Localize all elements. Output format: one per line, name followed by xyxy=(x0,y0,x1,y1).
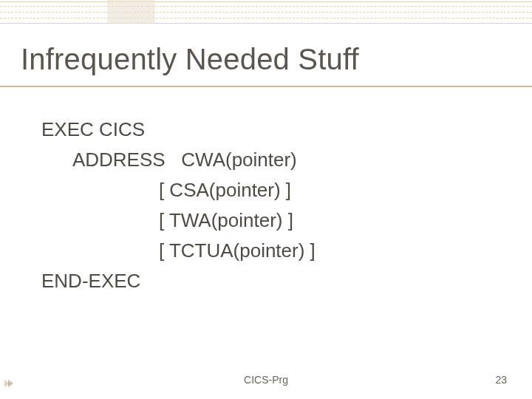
code-line: [ TCTUA(pointer) ] xyxy=(41,239,316,262)
decorative-line xyxy=(0,6,532,7)
decorative-line xyxy=(0,12,532,13)
decorative-line xyxy=(0,23,532,24)
decorative-line xyxy=(0,1,532,2)
decorative-shadow xyxy=(107,0,155,24)
footer-center-label: CICS-Prg xyxy=(0,374,532,386)
slide-title: Infrequently Needed Stuff xyxy=(21,43,359,76)
code-line: END-EXEC xyxy=(41,270,140,292)
decorative-line xyxy=(0,18,532,18)
code-line: [ TWA(pointer) ] xyxy=(41,209,293,231)
code-block: EXEC CICS ADDRESS CWA(pointer) [ CSA(poi… xyxy=(41,115,316,296)
code-line: [ CSA(pointer) ] xyxy=(41,179,291,201)
page-number: 23 xyxy=(495,374,507,386)
title-underline xyxy=(0,86,532,87)
code-line: ADDRESS CWA(pointer) xyxy=(41,149,297,171)
code-line: EXEC CICS xyxy=(41,118,145,140)
